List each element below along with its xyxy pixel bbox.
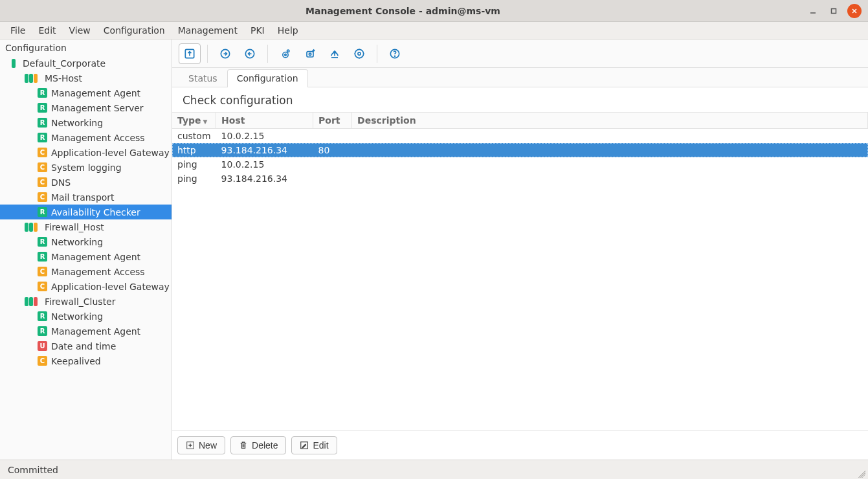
commit-out-button[interactable] [239,43,261,64]
cell: custom [172,129,216,144]
tree-item[interactable]: RManagement Server [0,100,172,115]
cell: 80 [313,143,352,157]
cell [352,172,868,186]
status-badge-icon: R [38,88,47,98]
titlebar: Management Console - admin@ms-vm [0,0,868,22]
table-row[interactable]: ping93.184.216.34 [172,172,868,186]
help-button[interactable] [384,43,406,64]
col-description[interactable]: Description [352,113,868,129]
table-row[interactable]: ping10.0.2.15 [172,157,868,172]
tree-item[interactable]: CDNS [0,175,172,190]
col-type[interactable]: Type▼ [172,113,216,129]
tree-item-label: Mail transport [51,192,115,203]
tree-item-label: Networking [51,118,103,128]
tree-item[interactable]: Firewall_Host [0,219,172,234]
panel-heading: Check configuration [172,87,868,112]
edit-button[interactable]: Edit [291,436,337,454]
tree-item[interactable]: RNetworking [0,234,172,249]
status-badge-icon: R [38,133,47,142]
tree-item[interactable]: CKeepalived [0,353,172,368]
col-port[interactable]: Port [313,113,352,129]
toolbar-sep [377,45,377,63]
tree-item[interactable]: MS-Host [0,71,172,85]
commit-in-button[interactable] [214,43,236,64]
tree-item[interactable]: CApplication-level Gateway [0,145,172,160]
tree-item[interactable]: CSystem logging [0,160,172,175]
up-level-button[interactable] [179,43,201,64]
tree-item[interactable]: Firewall_Cluster [0,294,172,309]
tree-item-label: Firewall_Host [45,222,104,232]
status-text: Committed [8,465,58,475]
delete-label: Delete [252,440,278,451]
tree-item-label: Availability Checker [51,207,140,217]
content-pane: StatusConfiguration Check configuration … [172,39,868,460]
tab-status[interactable]: Status [179,69,227,87]
tree-item[interactable]: Default_Corporate [0,56,172,71]
menu-help[interactable]: Help [271,23,305,38]
menu-management[interactable]: Management [172,23,244,38]
tree-item[interactable]: RManagement Agent [0,249,172,264]
export-config-button[interactable] [299,43,321,64]
tab-configuration[interactable]: Configuration [227,69,308,87]
menu-pki[interactable]: PKI [244,23,271,38]
upload-button[interactable] [324,43,346,64]
menu-view[interactable]: View [63,23,97,38]
status-badge-icon: R [38,252,47,262]
tree-item-label: Management Agent [51,326,140,337]
checks-table[interactable]: Type▼HostPortDescription custom10.0.2.15… [172,113,868,186]
cell [313,129,352,144]
table-row[interactable]: custom10.0.2.15 [172,129,868,144]
tree-item[interactable]: RNetworking [0,115,172,130]
tree-item[interactable]: RManagement Agent [0,324,172,339]
tree-item[interactable]: RAvailability Checker [0,205,172,219]
delete-button[interactable]: Delete [230,436,286,454]
tree-item-label: Default_Corporate [23,58,106,69]
tree-item-label: Networking [51,311,103,322]
close-button[interactable] [847,4,862,18]
svg-point-7 [283,52,288,57]
config-tree: Default_CorporateMS-HostRManagement Agen… [0,56,172,368]
resize-grip-icon[interactable] [856,469,865,478]
cell: ping [172,172,216,186]
settings-sync-button[interactable] [348,43,370,64]
new-label: New [199,440,217,451]
window-title: Management Console - admin@ms-vm [0,6,806,16]
status-badge-icon: C [38,192,47,202]
status-badge-icon: C [38,162,47,172]
svg-point-8 [285,54,287,56]
svg-point-14 [358,52,361,54]
status-badge-icon: R [38,118,47,128]
tree-item[interactable]: CApplication-level Gateway [0,279,172,294]
tree-item-label: System logging [51,162,122,173]
tree-item-label: DNS [51,177,71,188]
svg-point-16 [395,56,395,56]
menu-configuration[interactable]: Configuration [97,23,172,38]
menu-file[interactable]: File [4,23,32,38]
tree-item[interactable]: RNetworking [0,309,172,324]
cell [313,157,352,172]
maximize-button[interactable] [827,4,841,18]
tree-item[interactable]: CManagement Access [0,264,172,279]
cell: 10.0.2.15 [216,129,313,144]
status-badge-icon: R [38,326,47,336]
tree-item-label: MS-Host [45,73,82,84]
table-buttons: New Delete Edit [172,430,868,460]
minimize-button[interactable] [806,4,820,18]
svg-point-13 [355,49,363,58]
menu-edit[interactable]: Edit [32,23,62,38]
tree-item[interactable]: RManagement Access [0,130,172,145]
cell [352,129,868,144]
new-button[interactable]: New [177,436,225,454]
toolbar-sep [207,45,208,63]
cell: http [172,143,216,157]
view-config-button[interactable] [274,43,296,64]
table-row[interactable]: http93.184.216.3480 [172,143,868,157]
status-badge-icon: U [38,341,47,351]
col-host[interactable]: Host [216,113,313,129]
tree-item[interactable]: UDate and time [0,339,172,353]
tree-item-label: Management Agent [51,252,140,262]
tree-item[interactable]: RManagement Agent [0,85,172,100]
tree-item-label: Management Agent [51,88,140,98]
status-badge-icon: C [38,148,47,157]
tree-item[interactable]: CMail transport [0,190,172,205]
